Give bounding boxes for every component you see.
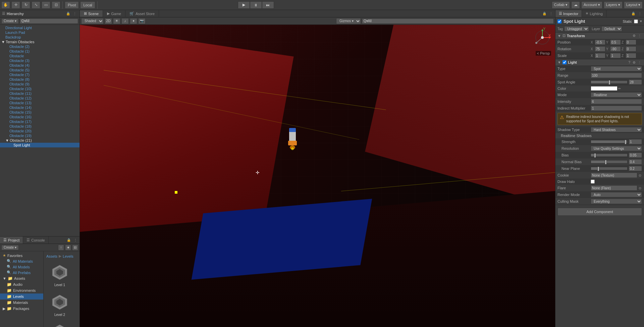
hierarchy-menu-btn[interactable]: ⋮ — [72, 11, 77, 16]
render-mode-dropdown[interactable]: Auto — [591, 192, 642, 197]
scene-camera-btn[interactable]: 📷 — [138, 18, 146, 24]
light-enabled-checkbox[interactable] — [562, 60, 567, 64]
scene-search[interactable] — [362, 18, 554, 24]
transform-menu-btn[interactable]: ⋮ — [637, 34, 642, 38]
project-refresh-btn[interactable]: ↑ — [58, 245, 64, 251]
cookie-input[interactable] — [591, 173, 637, 178]
hierarchy-item-obstacle-18[interactable]: Obstacle (18) — [0, 124, 79, 129]
tab-lighting[interactable]: ☀ Lighting — [582, 10, 606, 17]
near-plane-input[interactable] — [629, 166, 642, 171]
project-lock-btn[interactable]: 🔒 — [66, 238, 72, 242]
project-all-materials[interactable]: 🔍 All Materials — [0, 258, 43, 264]
hierarchy-item-obstacle-13[interactable]: Obstacle (13) — [0, 101, 79, 105]
strength-slider[interactable] — [591, 140, 628, 143]
spot-angle-input[interactable] — [629, 79, 642, 85]
hierarchy-item-obstacle-1[interactable]: Obstacle (1) — [0, 49, 79, 54]
hierarchy-item-directional-light[interactable]: Directional Light — [0, 25, 79, 30]
transform-settings-btn[interactable]: ⚙ — [632, 34, 636, 38]
project-environments-folder[interactable]: 📁 Environments — [0, 287, 43, 293]
breadcrumb-assets[interactable]: Assets — [46, 254, 57, 258]
type-dropdown[interactable]: Spot — [591, 66, 642, 71]
hierarchy-item-obstacle-17[interactable]: Obstacle (17) — [0, 119, 79, 124]
bias-slider[interactable] — [591, 153, 628, 157]
hand-tool-btn[interactable]: ✋ — [1, 1, 10, 9]
flare-input[interactable] — [591, 185, 637, 191]
tab-game[interactable]: ▶ Game — [103, 10, 125, 17]
hierarchy-item-obstacle-7[interactable]: Obstacle (7) — [0, 72, 79, 77]
hierarchy-item-launch-pad[interactable]: Launch Pad — [0, 30, 79, 35]
2d-btn[interactable]: 2D — [105, 18, 112, 24]
cookie-picker-btn[interactable]: ⊙ — [638, 174, 642, 177]
project-menu-btn[interactable]: ⋮ — [73, 238, 78, 242]
tag-dropdown[interactable]: Untagged — [564, 26, 589, 31]
static-checkbox[interactable] — [634, 19, 638, 23]
hierarchy-item-obstacle-5[interactable]: Obstacle (5) — [0, 68, 79, 72]
hierarchy-item-obstacle-19[interactable]: Obstacle (19) — [0, 133, 79, 138]
asset-level3[interactable]: Level 3 — [46, 321, 73, 327]
color-swatch[interactable] — [591, 86, 618, 91]
rect-tool-btn[interactable]: ▭ — [42, 1, 50, 9]
project-filter-btn[interactable]: ⊟ — [72, 245, 78, 251]
hierarchy-item-backdrop[interactable]: Backdrop — [0, 35, 79, 40]
strength-input[interactable] — [629, 139, 642, 144]
intensity-input[interactable] — [591, 99, 642, 104]
static-dropdown-arrow[interactable]: ▾ — [640, 19, 642, 23]
tab-inspector[interactable]: ☰ Inspector — [555, 10, 582, 17]
light-settings-btn[interactable]: ⚙ — [632, 61, 636, 64]
bias-input[interactable] — [629, 152, 642, 158]
obj-enabled-checkbox[interactable] — [557, 19, 561, 23]
near-plane-slider[interactable] — [591, 167, 628, 170]
spot-angle-slider[interactable] — [591, 80, 628, 84]
draw-halo-checkbox[interactable] — [591, 180, 595, 184]
scene-lock-btn[interactable]: 🔒 — [541, 11, 547, 16]
hierarchy-folder-terrain-obstacles[interactable]: ▼ Terrain Obstacles — [0, 40, 79, 44]
light-menu-btn[interactable]: ⋮ — [637, 61, 642, 64]
tab-scene[interactable]: ⊞ Scene — [80, 10, 103, 17]
pivot-btn[interactable]: Pivot — [65, 1, 79, 9]
hierarchy-item-obstacle-10[interactable]: Obstacle (10) — [0, 86, 79, 91]
scene-menu-btn[interactable]: ⋮ — [548, 11, 554, 16]
indirect-mult-input[interactable] — [591, 106, 642, 111]
hierarchy-item-obstacle-2[interactable]: Obstacle (2) — [0, 44, 79, 49]
project-materials-folder[interactable]: 📁 Materials — [0, 300, 43, 306]
hierarchy-item-obstacle-16[interactable]: Obstacle (16) — [0, 115, 79, 119]
gizmos-dropdown[interactable]: Gizmos ▾ — [336, 18, 361, 24]
hierarchy-item-obstacle-14[interactable]: Obstacle (14) — [0, 105, 79, 110]
asset-level1[interactable]: Level 1 — [46, 261, 73, 288]
cloud-btn[interactable]: ☁ — [571, 1, 580, 9]
hierarchy-item-obstacle-15[interactable]: Obstacle (15) — [0, 110, 79, 115]
local-btn[interactable]: Local — [80, 1, 95, 9]
project-levels-folder[interactable]: 📁 Levels — [0, 293, 43, 300]
play-btn[interactable]: ▶ — [238, 1, 250, 9]
color-picker-btn[interactable]: ✏ — [618, 87, 621, 90]
hierarchy-item-obstacle[interactable]: Obstacle — [0, 54, 79, 58]
layout-btn[interactable]: Layout ▾ — [624, 1, 643, 9]
hierarchy-item-obstacle-8[interactable]: Obstacle (8) — [0, 77, 79, 82]
hierarchy-folder-obstacle-21[interactable]: ▼ Obstacle (21) — [0, 138, 79, 143]
scale-y-input[interactable] — [610, 53, 621, 58]
light-header[interactable]: ▼ Light ? ⚙ ⋮ — [555, 59, 644, 65]
lighting-toggle-btn[interactable]: ☀ — [113, 18, 120, 24]
add-component-btn[interactable]: Add Component — [557, 208, 642, 216]
breadcrumb-levels[interactable]: Levels — [63, 254, 73, 258]
rot-z-input[interactable] — [626, 46, 636, 52]
range-input[interactable] — [591, 73, 642, 78]
shaded-dropdown[interactable]: Shaded — [81, 18, 104, 24]
layers-btn[interactable]: Layers ▾ — [604, 1, 623, 9]
project-fav-btn[interactable]: ★ — [65, 245, 71, 251]
pos-x-input[interactable] — [595, 40, 605, 45]
tab-console[interactable]: ☰ Console — [23, 237, 48, 244]
inspector-lock-btn[interactable]: 🔒 — [630, 11, 636, 16]
layer-dropdown[interactable]: Default — [601, 26, 622, 31]
hierarchy-create-btn[interactable]: Create ▾ — [1, 18, 19, 24]
tab-project[interactable]: ☰ Project — [0, 237, 23, 244]
hierarchy-item-obstacle-3[interactable]: Obstacle (3) — [0, 58, 79, 63]
pos-z-input[interactable] — [626, 40, 636, 45]
account-btn[interactable]: Account ▾ — [581, 1, 602, 9]
collab-btn[interactable]: Collab ▾ — [552, 1, 570, 9]
normal-bias-input[interactable] — [629, 159, 642, 165]
project-packages-folder[interactable]: ▶ 📁 Packages — [0, 306, 43, 312]
hierarchy-item-spot-light[interactable]: Spot Light — [0, 143, 79, 147]
project-create-btn[interactable]: Create ▾ — [1, 245, 19, 250]
culling-mask-dropdown[interactable]: Everything — [591, 199, 642, 204]
